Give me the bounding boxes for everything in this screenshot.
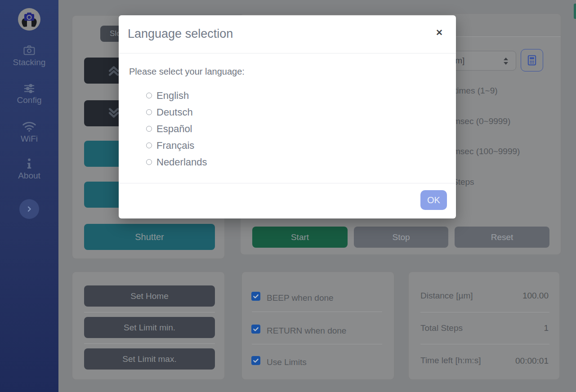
total-steps-value: 1 (544, 323, 549, 333)
sidebar-item-label: Stacking (13, 58, 46, 67)
check-icon (253, 326, 259, 332)
settle-suffix-label: msec (100~9999) (453, 147, 520, 156)
divider (420, 312, 549, 312)
sidebar-item-stacking[interactable]: Stacking (0, 45, 58, 67)
divider (119, 53, 456, 53)
radio-english-label[interactable]: English (156, 90, 189, 102)
set-limit-max-label: Set Limit max. (122, 354, 176, 364)
sidebar-expand-button[interactable] (19, 199, 39, 219)
sliders-icon (23, 84, 36, 94)
time-left-value: 00:00:01 (515, 356, 549, 366)
reset-button[interactable]: Reset (455, 227, 549, 248)
start-button[interactable]: Start (252, 227, 348, 248)
radio-deutsch[interactable] (146, 109, 152, 115)
stop-button-label: Stop (392, 232, 410, 242)
options-panel: BEEP when done RETURN when done Use Limi… (241, 272, 394, 380)
set-home-button[interactable]: Set Home (84, 285, 215, 307)
divider (252, 312, 382, 312)
reset-button-label: Reset (491, 232, 513, 242)
divider (252, 344, 382, 344)
shots-suffix-label: times (1~9) (455, 86, 498, 96)
start-button-label: Start (291, 232, 309, 242)
camera-in-hands-logo-icon (18, 8, 41, 31)
set-limit-min-label: Set Limit min. (124, 323, 175, 333)
total-steps-label: Total Steps (420, 323, 463, 333)
select-arrows-icon (502, 56, 509, 66)
radio-nederlands-label[interactable]: Nederlands (156, 156, 207, 168)
set-home-label: Set Home (130, 291, 168, 301)
sidebar-item-config[interactable]: Config (0, 84, 58, 105)
ok-button-label: OK (427, 195, 440, 205)
sidebar-item-wifi[interactable]: WiFi (0, 120, 58, 144)
wifi-icon (22, 120, 36, 132)
radio-francais-label[interactable]: Français (156, 140, 194, 151)
divider (84, 312, 215, 312)
radio-espanol[interactable] (146, 126, 152, 132)
radio-nederlands[interactable] (146, 159, 152, 165)
sidebar-item-label: Config (17, 95, 42, 105)
ok-button[interactable]: OK (420, 190, 447, 210)
divider (84, 343, 215, 344)
beep-label: BEEP when done (267, 293, 334, 303)
divider (420, 344, 549, 344)
sidebar-item-about[interactable]: About (0, 158, 58, 181)
shutter-button-label: Shutter (135, 232, 164, 242)
stop-button[interactable]: Stop (354, 227, 448, 248)
app-root: Stacking Config WiFi About (0, 0, 576, 392)
return-checkbox[interactable] (251, 325, 260, 334)
radio-deutsch-label[interactable]: Deutsch (156, 107, 193, 118)
camera-icon (23, 45, 36, 56)
check-icon (253, 357, 259, 364)
set-limit-max-button[interactable]: Set Limit max. (84, 348, 215, 370)
set-limit-min-button[interactable]: Set Limit min. (84, 317, 215, 338)
use-limits-checkbox[interactable] (251, 356, 260, 365)
status-badge (574, 4, 576, 19)
calculator-icon (526, 54, 538, 66)
sidebar: Stacking Config WiFi About (0, 0, 58, 392)
stats-panel: Distance [µm] 100.00 Total Steps 1 Time … (408, 272, 560, 380)
shutter-button[interactable]: Shutter (84, 224, 215, 250)
dialog-prompt: Please select your language: (129, 67, 245, 77)
check-icon (253, 293, 259, 299)
distance-label: Distance [µm] (420, 291, 473, 301)
limits-panel: Set Home Set Limit min. Set Limit max. (72, 272, 225, 380)
language-selection-dialog: Language selection ✕ Please select your … (119, 15, 456, 218)
close-icon[interactable]: ✕ (436, 27, 443, 38)
sidebar-item-label: WiFi (21, 134, 38, 143)
time-left-label: Time left [h:m:s] (420, 356, 481, 365)
use-limits-label: Use Limits (267, 357, 307, 367)
info-icon (24, 158, 34, 169)
app-logo (18, 8, 41, 31)
beep-checkbox[interactable] (251, 292, 260, 301)
radio-english[interactable] (146, 93, 152, 98)
sidebar-item-label: About (18, 171, 40, 180)
radio-francais[interactable] (146, 143, 152, 148)
calculator-button[interactable] (521, 49, 543, 71)
distance-value: 100.00 (522, 291, 549, 301)
chevron-right-icon (26, 205, 33, 213)
divider (119, 183, 456, 183)
radio-espanol-label[interactable]: Español (156, 123, 192, 135)
pause-suffix-label: msec (0~9999) (453, 116, 510, 126)
return-label: RETURN when done (267, 326, 346, 336)
dialog-title: Language selection (128, 27, 233, 41)
